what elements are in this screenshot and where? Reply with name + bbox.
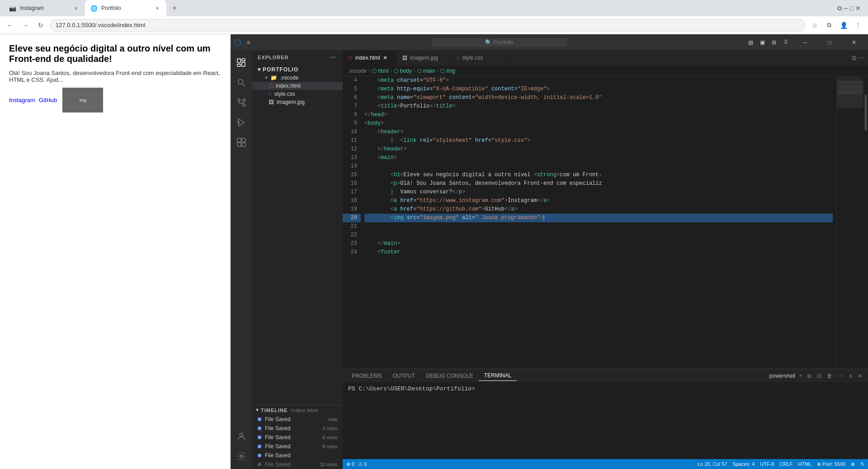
new-tab-button[interactable]: + <box>168 2 181 14</box>
svg-point-8 <box>243 99 245 102</box>
tab-problems[interactable]: PROBLEMS <box>346 371 387 381</box>
explorer-title: EXPLORER <box>258 55 289 60</box>
status-errors[interactable]: ⊗ 0 <box>346 461 354 467</box>
warning-icon: ⚠ <box>358 461 363 467</box>
activity-extensions[interactable] <box>232 133 250 151</box>
toggle-primary-sidebar-btn[interactable]: ▤ <box>745 37 756 48</box>
tab-terminal[interactable]: TERMINAL <box>479 371 517 381</box>
terminal-layout-btn[interactable]: ⊡ <box>815 372 823 380</box>
code-content[interactable]: <meta charset="UTF-8"> <meta http-equiv=… <box>361 76 836 369</box>
file-imagem[interactable]: 🖼 imagem.jpg <box>252 98 343 106</box>
code-line-9: <body> <box>364 119 833 128</box>
close-browser-btn[interactable]: ✕ <box>855 5 861 12</box>
sidebar-actions: ⋯ <box>328 54 337 61</box>
profile-btn[interactable]: 👤 <box>837 19 850 32</box>
timeline-dot-0 <box>258 417 261 421</box>
toggle-panel-btn[interactable]: ▣ <box>757 37 768 48</box>
activity-explorer[interactable] <box>232 54 250 72</box>
activity-source-control[interactable] <box>232 94 250 112</box>
hamburger-menu[interactable]: ≡ <box>247 39 250 46</box>
vscode-minimize-btn[interactable]: ─ <box>795 34 816 50</box>
reload-button[interactable]: ↻ <box>34 19 47 32</box>
breadcrumb-img: ⬡ img <box>440 68 455 74</box>
code-line-15: <h1>Eleve seu negócio digital a outro ní… <box>364 171 833 179</box>
terminal-content[interactable]: PS C:\Users\USER\Desktop\Portifolio> <box>343 383 868 459</box>
customize-layout-btn[interactable]: ⠿ <box>780 37 791 48</box>
instagram-link[interactable]: Instagram <box>9 97 35 103</box>
status-warnings[interactable]: ⚠ 0 <box>358 461 367 467</box>
code-line-6: <meta name="viewport" content="width=dev… <box>364 94 833 102</box>
split-view-btn[interactable]: ⧉ <box>823 19 835 32</box>
terminal-split-btn[interactable]: ⧉ <box>806 372 813 380</box>
minimize-btn[interactable]: ─ <box>844 5 848 12</box>
status-port[interactable]: ⊕ Port: 5500 <box>817 461 845 467</box>
code-line-12: </header> <box>364 145 833 154</box>
timeline-section: ▾ TIMELINE index.html File Saved now Fil… <box>252 405 343 469</box>
editor-tab-imagem[interactable]: 🖼 imagem.jpg <box>397 50 451 66</box>
maximize-btn[interactable]: □ <box>850 5 854 12</box>
editor-tab-indexhtml[interactable]: ⬡ index.html ✕ <box>343 50 397 66</box>
tab-portfolio[interactable]: 🌐 Portfolio ✕ <box>85 0 166 16</box>
layout-btn[interactable]: ⊞ <box>769 37 779 48</box>
breadcrumb-html: ⬡ html <box>372 68 388 74</box>
vscode-editor-area: ⬡ index.html ✕ 🖼 imagem.jpg # style.css … <box>343 50 868 469</box>
tab-debug-console[interactable]: DEBUG CONSOLE <box>420 371 479 381</box>
extensions-btn[interactable]: ⋮ <box>852 19 864 32</box>
restore-down-btn[interactable]: ⧉ <box>837 5 842 12</box>
terminal-close-btn[interactable]: ✕ <box>856 372 864 380</box>
code-line-24: <footer <box>364 248 833 257</box>
tab-close-portfolio[interactable]: ✕ <box>154 5 161 12</box>
file-indexhtml[interactable]: ⬡ index.html <box>252 82 343 90</box>
split-editor-btn[interactable]: ⧉ <box>852 54 856 62</box>
timeline-file: index.html <box>291 408 318 413</box>
file-stylecss[interactable]: # style.css <box>252 90 343 98</box>
vscode-logo-icon: ⬡ <box>234 38 241 47</box>
activity-search[interactable] <box>232 74 250 92</box>
vscode-close-btn[interactable]: ✕ <box>844 34 864 50</box>
status-spaces[interactable]: Spaces: 4 <box>732 461 755 467</box>
file-stylecss-label: style.css <box>274 91 295 97</box>
vscode-search-input[interactable] <box>432 38 567 47</box>
more-editor-actions-btn[interactable]: ⋯ <box>858 54 864 61</box>
tab-output[interactable]: OUTPUT <box>387 371 420 381</box>
tab-bar: 📷 Instagram ✕ 🌐 Portfolio ✕ + ⧉ ─ □ ✕ <box>0 0 868 16</box>
breadcrumb-sep-3: › <box>414 68 415 74</box>
bookmark-btn[interactable]: ☆ <box>808 19 821 32</box>
status-encoding[interactable]: UTF-8 <box>760 461 774 467</box>
editor-tab-stylecss[interactable]: # style.css <box>451 50 505 66</box>
webpage-heading: Eleve seu negócio digital a outro nível … <box>9 43 222 64</box>
timeline-header[interactable]: ▾ TIMELINE index.html <box>252 405 343 415</box>
vscode-subfolder[interactable]: ▾ 📁 .vscode <box>252 74 343 82</box>
new-file-btn[interactable]: ⋯ <box>328 54 337 61</box>
status-go-live-btn[interactable]: ⊕ <box>851 461 855 467</box>
forward-button[interactable]: → <box>19 19 32 32</box>
github-link[interactable]: GitHub <box>39 97 57 103</box>
status-refresh-btn[interactable]: ↻ <box>860 461 864 467</box>
tab-instagram[interactable]: 📷 Instagram ✕ <box>4 0 85 16</box>
terminal-chevron-up-btn[interactable]: ∧ <box>847 372 854 380</box>
status-ln-col[interactable]: Ln 20, Col 57 <box>698 461 727 467</box>
css-tab-icon: # <box>457 55 459 61</box>
address-input[interactable] <box>50 19 806 32</box>
back-button[interactable]: ← <box>4 19 16 32</box>
vscode-maximize-btn[interactable]: □ <box>819 34 840 50</box>
vscode-panel: ⬡ ≡ ▤ ▣ ⊞ ⠿ ─ □ ✕ <box>231 34 868 469</box>
activity-settings[interactable] <box>232 447 250 465</box>
tab-close-instagram[interactable]: ✕ <box>72 5 80 12</box>
code-editor: 4 5 6 7 8 9 10 11 12 13 14 15 16 <box>343 76 868 369</box>
status-language[interactable]: HTML <box>798 461 811 467</box>
activity-account[interactable] <box>232 427 250 446</box>
folder-icon: 📁 <box>270 75 277 81</box>
terminal-add-btn[interactable]: + <box>797 372 804 380</box>
portfolio-folder[interactable]: ▾ PORTFOLIO <box>252 66 343 74</box>
editor-tab-close-indexhtml[interactable]: ✕ <box>383 55 387 61</box>
scrollbar-thumb[interactable] <box>864 94 867 131</box>
error-count: 0 <box>352 461 354 467</box>
editor-scrollbar[interactable] <box>863 76 868 369</box>
terminal-trash-btn[interactable]: 🗑 <box>825 372 834 380</box>
code-line-21 <box>364 222 833 231</box>
activity-run-debug[interactable] <box>232 113 250 131</box>
spaces-label: Spaces: 4 <box>732 461 755 467</box>
terminal-more-btn[interactable]: ⋯ <box>836 372 845 380</box>
status-eol[interactable]: CRLF <box>779 461 793 467</box>
